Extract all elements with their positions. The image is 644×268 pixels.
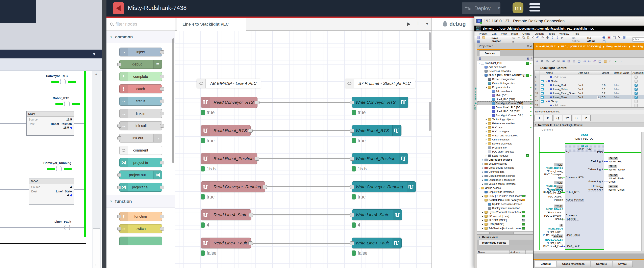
deploy-dropdown-icon[interactable]: ▼: [497, 6, 500, 10]
tree-sync-icon[interactable]: ⇲: [530, 57, 532, 60]
output-coil-deenergized[interactable]: (): [56, 225, 80, 230]
toolbar-icon[interactable]: ▢: [612, 35, 616, 39]
rdp-titlebar[interactable]: 192.168.0.137 - Remote Desktop Connectio…: [474, 16, 644, 25]
tree-filter-icon[interactable]: ▦: [478, 57, 481, 60]
tree-row[interactable]: ▶ External source files: [477, 121, 533, 126]
menu-item[interactable]: Edit: [492, 32, 496, 35]
output-coil-energized[interactable]: (): [56, 101, 80, 106]
tree-row[interactable]: ▶ Hyper-V Virtual Ethernet Adapter: [477, 210, 533, 214]
input-port[interactable]: [350, 242, 354, 245]
tree-row[interactable]: ▶ Local modules ✓: [477, 154, 533, 158]
input-port[interactable]: [350, 101, 354, 104]
insert-network-icon[interactable]: ⌗: [536, 59, 538, 63]
scrollbar-thumb[interactable]: ≡: [93, 229, 100, 268]
expander-icon[interactable]: ▶: [482, 215, 484, 217]
tree-row[interactable]: ▼ PLC_1 [CPU 1212C AC/DC/Rly] ✓ ●: [477, 73, 533, 77]
menu-item[interactable]: Window: [559, 32, 569, 35]
tree-row[interactable]: ▶ PLCSIM [PN/IE]: [477, 218, 533, 222]
expander-icon[interactable]: ▶: [482, 179, 484, 181]
input-port[interactable]: [350, 213, 354, 217]
expander-icon[interactable]: ▶: [486, 139, 488, 141]
write-node[interactable]: Write Line4_State: [352, 209, 402, 220]
tree-row[interactable]: Main [OB1] ●: [477, 93, 533, 97]
tree-row[interactable]: ▶ Security settings: [477, 162, 533, 166]
network-comment-placeholder[interactable]: Comment: [534, 127, 644, 132]
go-offline-button[interactable]: Go offline: [587, 36, 600, 42]
workspace-tab[interactable]: Line 4 to Stacklight PLC: [177, 18, 246, 31]
tree-row[interactable]: ▶ Ungrouped devices: [477, 158, 533, 162]
expand-networks-icon[interactable]: ≣: [562, 59, 565, 63]
menu-item[interactable]: Options: [535, 32, 544, 35]
deploy-button[interactable]: Deploy ▼: [462, 2, 500, 14]
menu-item[interactable]: Online: [522, 32, 530, 35]
tree-row[interactable]: ▶ PC internal [Local]: [477, 214, 533, 218]
expander-icon[interactable]: ▼: [482, 74, 484, 76]
split-icon[interactable]: ◫: [598, 59, 602, 63]
read-node[interactable]: Read Conveyor_RTS: [201, 97, 258, 108]
expander-icon[interactable]: ▼: [482, 199, 484, 201]
tree-row[interactable]: ▼ Realtek PCIe GBE Family Con...: [477, 198, 533, 202]
save-project-button[interactable]: Save project: [492, 36, 508, 42]
refresh-icon[interactable]: ⇵: [593, 59, 596, 63]
tag-label[interactable]: Conveyor_Running: [43, 161, 71, 165]
ladder-tool-button[interactable]: ??: [563, 115, 572, 121]
palette-node[interactable]: ≡ debug: [119, 60, 162, 69]
expander-icon[interactable]: ▶: [482, 175, 484, 177]
flow-list-icon[interactable]: ▾: [426, 22, 428, 26]
expander-icon[interactable]: ▶: [486, 123, 488, 125]
palette-node[interactable]: ⋈ project in: [119, 158, 162, 167]
canvas-scrollbar-thumb[interactable]: [429, 102, 431, 131]
breadcrumb[interactable]: Stacklight_PLC ▶ PLC_1 [CPU 1212C AC/DC/…: [534, 43, 644, 50]
ladder-tool-button[interactable]: ↱: [582, 115, 590, 121]
read-node[interactable]: Read Robot_Position: [201, 153, 257, 164]
main-menu-icon[interactable]: [530, 3, 540, 13]
toolbar-icon[interactable]: ▨: [482, 35, 485, 39]
avatar[interactable]: rm: [512, 2, 524, 13]
collapse-panel-icon[interactable]: ◀: [530, 45, 532, 47]
toolbar-icon[interactable]: ⧉: [522, 36, 525, 40]
toolbar-icon[interactable]: ✕: [531, 35, 534, 40]
tree-row[interactable]: ▶ USB [S7USB]: [477, 222, 533, 226]
ladder-tool-button[interactable]: ⊣/⊢: [544, 115, 553, 121]
write-node[interactable]: Write Conveyor_Running: [352, 181, 416, 192]
tag-label[interactable]: Line4_Fault: [54, 220, 71, 223]
table-row[interactable]: 12 ▼Temp: [534, 99, 644, 103]
expander-icon[interactable]: ▶: [482, 224, 484, 225]
tree-row[interactable]: Display/hide interfaces: [477, 190, 533, 194]
table-row[interactable]: 8 Line4_Red Bool 0.0 false: [534, 83, 644, 87]
output-coil-energized[interactable]: (): [48, 166, 72, 171]
input-port[interactable]: [350, 129, 354, 133]
ladder-scrollbar[interactable]: [642, 132, 644, 251]
palette-category-header[interactable]: ∨ common: [106, 31, 175, 43]
inspector-tab[interactable]: Syntax: [613, 261, 633, 267]
tree-row[interactable]: ▶ Technology objects: [477, 117, 533, 121]
outdent-icon[interactable]: ≪: [552, 59, 555, 63]
toolbar-icon[interactable]: ⚙: [546, 35, 549, 40]
snapshot-icon[interactable]: ▥: [604, 59, 607, 63]
palette-node[interactable]: comment: [119, 146, 162, 155]
flow-grid[interactable]: AB EIP/CIP - Line 4 PLC S7 Profinet - St…: [175, 31, 432, 268]
output-port[interactable]: [249, 213, 253, 217]
expander-icon[interactable]: ▶: [486, 135, 488, 137]
palette-search[interactable]: filter nodes: [106, 18, 175, 31]
tree-row[interactable]: ▶ Online backups: [477, 138, 533, 142]
pin-panel-icon[interactable]: ▥: [527, 45, 529, 47]
palette-category-header[interactable]: ∨ function: [106, 195, 175, 208]
expander-icon[interactable]: ▶: [482, 167, 484, 169]
tree-row[interactable]: Online & diagnostics: [477, 81, 533, 85]
palette-scrollbar-thumb[interactable]: [172, 38, 174, 163]
toolbar-icon[interactable]: ⧉: [527, 36, 529, 40]
tia-titlebar[interactable]: TIA V17 Siemens - C:\Users\richard\Docum…: [474, 25, 644, 31]
expander-icon[interactable]: ▶: [482, 183, 484, 185]
breadcrumb-item[interactable]: PLC_1 [CPU 1212C AC/DC/Rly]: [561, 45, 601, 48]
tree-row[interactable]: ▼ Stacklight_PLC ✓ ●: [477, 61, 533, 65]
tree-row[interactable]: Program info: [477, 146, 533, 150]
tag-label[interactable]: Conveyor_RTS: [46, 74, 68, 78]
toolbar-icon[interactable]: ✕: [618, 35, 620, 39]
output-port[interactable]: [262, 185, 267, 189]
toolbar-icon[interactable]: ↷: [541, 35, 544, 40]
breadcrumb-item[interactable]: Stacklight_PLC: [536, 45, 556, 48]
absolute-symbolic-icon[interactable]: ⊞: [572, 59, 575, 63]
palette-node[interactable]: ! catch: [119, 84, 162, 93]
ladder-tool-button[interactable]: ↦: [572, 115, 581, 121]
